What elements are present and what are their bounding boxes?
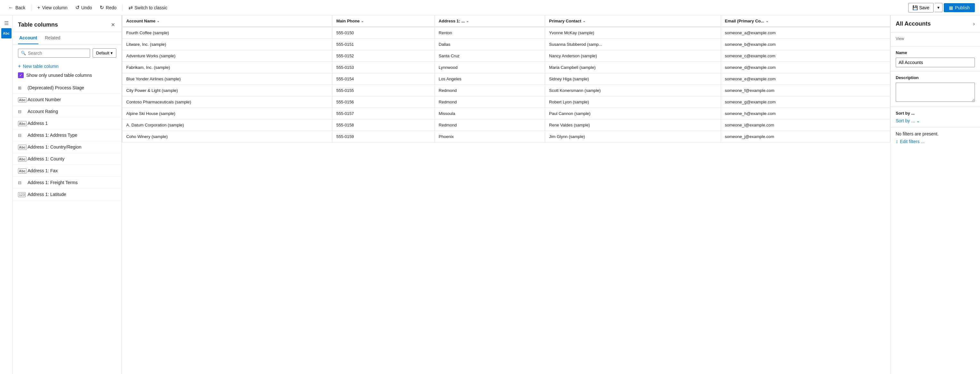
col-name-label: (Deprecated) Process Stage <box>27 85 84 90</box>
table-cell: someone_h@example.com <box>721 108 890 119</box>
name-section: Name <box>891 46 980 71</box>
table-cell: Paul Cannon (sample) <box>545 108 721 119</box>
table-cell: Adventure Works (sample) <box>122 50 332 62</box>
content-area: Account Name⌄Main Phone⌄Address 1: ...⌄P… <box>122 15 890 374</box>
save-button[interactable]: 💾 Save <box>908 3 934 13</box>
table-cell: 555-0159 <box>332 131 434 143</box>
sort-icon: ⌄ <box>157 19 160 23</box>
col-name-label: Address 1: Fax <box>27 168 58 173</box>
table-cell: Jim Glynn (sample) <box>545 131 721 143</box>
col-name-label: Address 1 <box>27 121 48 126</box>
name-input[interactable] <box>896 58 975 67</box>
table-header[interactable]: Main Phone⌄ <box>332 15 434 27</box>
sort-icon: ⌄ <box>765 19 768 23</box>
publish-icon: ▦ <box>949 5 953 10</box>
table-cell: Sidney Higa (sample) <box>545 73 721 85</box>
col-type-icon: ⊟ <box>18 109 24 114</box>
redo-button[interactable]: ↻ Redo <box>97 3 119 13</box>
col-type-icon: Abc <box>18 156 24 162</box>
table-header[interactable]: Address 1: ...⌄ <box>434 15 545 27</box>
panel-title: Table columns <box>18 21 58 28</box>
tab-account[interactable]: Account <box>18 32 38 44</box>
tab-related[interactable]: Related <box>44 32 62 44</box>
table-row: Blue Yonder Airlines (sample)555-0154Los… <box>122 73 890 85</box>
undo-button[interactable]: ↺ Undo <box>72 3 95 13</box>
sort-by-title: Sort by ... <box>896 111 975 116</box>
table-row: Litware, Inc. (sample)555-0151DallasSusa… <box>122 39 890 50</box>
plus-icon: + <box>37 5 40 11</box>
list-item[interactable]: ⊟ Address 1: Address Type <box>13 129 121 141</box>
add-column-button[interactable]: + New table column <box>13 62 121 71</box>
table-cell: City Power & Light (sample) <box>122 85 332 97</box>
sort-by-section: Sort by ... Sort by ... ⌄ <box>891 107 980 127</box>
description-section: Description <box>891 71 980 107</box>
col-name-label: Address 1: Freight Terms <box>27 180 78 185</box>
search-input[interactable] <box>28 51 87 56</box>
table-cell: someone_g@example.com <box>721 97 890 108</box>
list-item[interactable]: Abc Address 1: County <box>13 153 121 165</box>
panel-close-button[interactable]: ✕ <box>110 21 116 29</box>
table-cell: someone_e@example.com <box>721 73 890 85</box>
table-cell: Dallas <box>434 39 545 50</box>
abc-icon-button[interactable]: Abc <box>1 28 11 38</box>
toolbar: ← Back + View column ↺ Undo ↻ Redo ⇄ Swi… <box>0 0 980 15</box>
back-button[interactable]: ← Back <box>5 3 29 13</box>
list-item[interactable]: Abc Address 1: Country/Region <box>13 141 121 153</box>
table-cell: Fourth Coffee (sample) <box>122 27 332 39</box>
edit-filters-button[interactable]: ⫶ Edit filters ... <box>896 139 924 144</box>
search-input-wrap: 🔍 <box>18 49 90 58</box>
save-dropdown-button[interactable]: ▾ <box>935 3 942 12</box>
table-cell: Santa Cruz <box>434 50 545 62</box>
list-item[interactable]: ⊞ (Deprecated) Process Stage <box>13 82 121 94</box>
list-item[interactable]: Abc Address 1: Fax <box>13 165 121 177</box>
list-item[interactable]: 123 Address 1: Latitude <box>13 189 121 200</box>
table-row: Coho Winery (sample)555-0159PhoenixJim G… <box>122 131 890 143</box>
table-row: Alpine Ski House (sample)555-0157Missoul… <box>122 108 890 119</box>
col-type-icon: Abc <box>18 121 24 126</box>
col-type-icon: ⊟ <box>18 180 24 185</box>
table-cell: 555-0152 <box>332 50 434 62</box>
hamburger-icon-button[interactable]: ☰ <box>1 18 11 28</box>
show-unused-checkbox[interactable] <box>18 72 24 78</box>
description-title: Description <box>896 75 975 80</box>
table-cell: someone_a@example.com <box>721 27 890 39</box>
table-cell: Rene Valdes (sample) <box>545 119 721 131</box>
panel-header: Table columns ✕ <box>13 15 121 32</box>
table-cell: Redmond <box>434 85 545 97</box>
description-textarea[interactable] <box>896 82 975 102</box>
data-table-wrap[interactable]: Account Name⌄Main Phone⌄Address 1: ...⌄P… <box>122 15 890 374</box>
view-column-button[interactable]: + View column <box>34 3 70 13</box>
table-row: A. Datum Corporation (sample)555-0158Red… <box>122 119 890 131</box>
table-cell: Maria Campbell (sample) <box>545 62 721 73</box>
redo-icon: ↻ <box>100 5 104 11</box>
toolbar-separator-2 <box>123 4 123 11</box>
filters-section: No filters are present. ⫶ Edit filters .… <box>891 127 980 148</box>
table-header[interactable]: Primary Contact⌄ <box>545 15 721 27</box>
col-name-label: Address 1: County <box>27 156 64 162</box>
table-cell: Renton <box>434 27 545 39</box>
table-row: Adventure Works (sample)555-0152Santa Cr… <box>122 50 890 62</box>
table-header[interactable]: Email (Primary Co...⌄ <box>721 15 890 27</box>
toolbar-right: 💾 Save ▾ ▦ Publish <box>908 3 975 13</box>
props-header: All Accounts › <box>891 15 980 33</box>
list-item[interactable]: ⊟ Address 1: Freight Terms <box>13 177 121 189</box>
default-dropdown-button[interactable]: Default ▾ <box>92 48 116 58</box>
col-name-label: Address 1: Country/Region <box>27 144 81 149</box>
list-item[interactable]: Abc Account Number <box>13 94 121 106</box>
column-list: ⊞ (Deprecated) Process Stage Abc Account… <box>13 82 121 374</box>
table-header[interactable]: Account Name⌄ <box>122 15 332 27</box>
table-cell: someone_d@example.com <box>721 62 890 73</box>
props-title: All Accounts <box>896 21 931 27</box>
table-cell: A. Datum Corporation (sample) <box>122 119 332 131</box>
col-type-icon: ⊟ <box>18 133 24 138</box>
publish-button[interactable]: ▦ Publish <box>944 3 975 12</box>
table-cell: Fabrikam, Inc. (sample) <box>122 62 332 73</box>
main-layout: ☰ Abc Table columns ✕ Account Related 🔍 … <box>0 15 980 374</box>
toolbar-separator <box>31 4 32 11</box>
columns-panel: Table columns ✕ Account Related 🔍 Defaul… <box>13 15 122 374</box>
list-item[interactable]: ⊟ Account Rating <box>13 106 121 117</box>
sort-by-dropdown[interactable]: Sort by ... ⌄ <box>896 118 975 123</box>
expand-button[interactable]: › <box>973 21 975 27</box>
list-item[interactable]: Abc Address 1 <box>13 117 121 129</box>
switch-classic-button[interactable]: ⇄ Switch to classic <box>125 3 171 13</box>
